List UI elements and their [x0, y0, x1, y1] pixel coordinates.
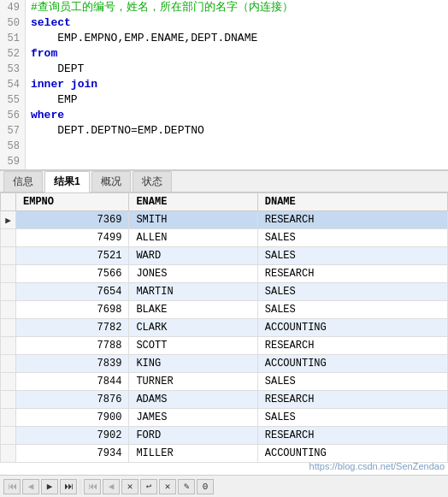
line-content-54: inner join	[26, 77, 97, 92]
cell-ename: JONES	[129, 265, 257, 283]
line-number-50: 50	[0, 15, 26, 31]
cell-empno: 7499	[16, 229, 129, 247]
cell-ename: SMITH	[129, 211, 257, 229]
table-row[interactable]: 7934MILLERACCOUNTING	[1, 445, 448, 463]
line-number-49: 49	[0, 0, 26, 15]
cell-empno: 7902	[16, 427, 129, 445]
table-row[interactable]: 7876ADAMSRESEARCH	[1, 391, 448, 409]
btn-stop[interactable]: ✕	[121, 479, 139, 494]
line-content-50: select	[26, 15, 71, 31]
header-ename: ENAME	[129, 193, 257, 211]
cell-dname: RESEARCH	[257, 391, 447, 409]
code-editor[interactable]: 49 #查询员工的编号，姓名，所在部门的名字（内连接） 50 select 51…	[0, 0, 448, 170]
cell-dname: ACCOUNTING	[257, 445, 447, 463]
row-indicator	[1, 283, 16, 301]
tab-status[interactable]: 状态	[133, 171, 172, 192]
line-number-56: 56	[0, 108, 26, 123]
row-indicator	[1, 247, 16, 265]
tab-overview[interactable]: 概况	[91, 171, 131, 192]
cell-ename: BLAKE	[129, 301, 257, 319]
line-number-59: 59	[0, 154, 26, 169]
cell-dname: RESEARCH	[257, 211, 447, 229]
btn-next[interactable]: ▶	[41, 479, 58, 494]
line-content-56: where	[26, 108, 64, 123]
cell-dname: RESEARCH	[257, 337, 447, 355]
btn-prev2[interactable]: ◀	[103, 479, 120, 494]
table-row[interactable]: 7839KINGACCOUNTING	[1, 355, 448, 373]
cell-empno: 7782	[16, 319, 129, 337]
cell-dname: ACCOUNTING	[257, 319, 447, 337]
row-indicator	[1, 265, 16, 283]
btn-first2[interactable]: ⏮	[84, 479, 101, 494]
row-indicator	[1, 445, 16, 463]
btn-zero[interactable]: 0	[197, 479, 214, 494]
cell-ename: CLARK	[129, 319, 257, 337]
btn-prev[interactable]: ◀	[22, 479, 39, 494]
line-55: 55 EMP	[0, 92, 448, 108]
table-row[interactable]: 7499ALLENSALES	[1, 229, 448, 247]
row-indicator	[1, 427, 16, 445]
row-indicator: ▶	[1, 211, 16, 229]
table-row[interactable]: 7902FORDRESEARCH	[1, 427, 448, 445]
cell-dname: SALES	[257, 229, 447, 247]
line-53: 53 DEPT	[0, 62, 448, 77]
line-content-49: #查询员工的编号，姓名，所在部门的名字（内连接）	[26, 0, 293, 15]
row-indicator	[1, 319, 16, 337]
table-row[interactable]: ▶7369SMITHRESEARCH	[1, 211, 448, 229]
table-row[interactable]: 7782CLARKACCOUNTING	[1, 319, 448, 337]
line-content-52: from	[26, 46, 57, 62]
table-row[interactable]: 7788SCOTTRESEARCH	[1, 337, 448, 355]
table-row[interactable]: 7844TURNERSALES	[1, 373, 448, 391]
line-number-58: 58	[0, 139, 26, 154]
tab-results1[interactable]: 结果1	[44, 171, 90, 192]
cell-ename: MILLER	[129, 445, 257, 463]
watermark: https://blog.csdn.net/SenZendao	[309, 461, 445, 471]
line-51: 51 EMP.EMPNO,EMP.ENAME,DEPT.DNAME	[0, 31, 448, 46]
header-empno: EMPNO	[16, 193, 129, 211]
line-49: 49 #查询员工的编号，姓名，所在部门的名字（内连接）	[0, 0, 448, 15]
btn-last[interactable]: ⏭	[60, 479, 77, 494]
tab-info[interactable]: 信息	[3, 171, 43, 192]
row-indicator	[1, 355, 16, 373]
cell-ename: KING	[129, 355, 257, 373]
row-indicator	[1, 337, 16, 355]
cell-empno: 7654	[16, 283, 129, 301]
line-58: 58	[0, 139, 448, 154]
results-area[interactable]: EMPNO ENAME DNAME ▶7369SMITHRESEARCH7499…	[0, 192, 448, 497]
btn-back[interactable]: ↩	[140, 479, 157, 494]
line-number-57: 57	[0, 123, 26, 139]
cell-empno: 7698	[16, 301, 129, 319]
cell-empno: 7900	[16, 409, 129, 427]
line-content-55: EMP	[26, 92, 78, 108]
cell-empno: 7844	[16, 373, 129, 391]
btn-edit[interactable]: ✎	[178, 479, 195, 494]
header-dname: DNAME	[257, 193, 447, 211]
table-row[interactable]: 7654MARTINSALES	[1, 283, 448, 301]
cell-ename: TURNER	[129, 373, 257, 391]
cell-empno: 7876	[16, 391, 129, 409]
btn-sep1	[79, 479, 82, 494]
btn-first[interactable]: ⏮	[3, 479, 21, 494]
cell-empno: 7369	[16, 211, 129, 229]
line-54: 54 inner join	[0, 77, 448, 92]
table-row[interactable]: 7698BLAKESALES	[1, 301, 448, 319]
cell-dname: ACCOUNTING	[257, 355, 447, 373]
cell-dname: SALES	[257, 283, 447, 301]
btn-cancel[interactable]: ✕	[159, 479, 176, 494]
cell-empno: 7934	[16, 445, 129, 463]
line-52: 52 from	[0, 46, 448, 62]
cell-dname: SALES	[257, 247, 447, 265]
table-row[interactable]: 7521WARDSALES	[1, 247, 448, 265]
table-row[interactable]: 7566JONESRESEARCH	[1, 265, 448, 283]
table-row[interactable]: 7900JAMESSALES	[1, 409, 448, 427]
line-content-57: DEPT.DEPTNO=EMP.DEPTNO	[26, 123, 204, 139]
table-header-row: EMPNO ENAME DNAME	[1, 193, 448, 211]
line-57: 57 DEPT.DEPTNO=EMP.DEPTNO	[0, 123, 448, 139]
cell-empno: 7521	[16, 247, 129, 265]
cell-ename: WARD	[129, 247, 257, 265]
line-59: 59	[0, 154, 448, 169]
row-indicator	[1, 391, 16, 409]
cell-ename: ALLEN	[129, 229, 257, 247]
results-table: EMPNO ENAME DNAME ▶7369SMITHRESEARCH7499…	[0, 192, 448, 463]
header-indicator	[1, 193, 16, 211]
